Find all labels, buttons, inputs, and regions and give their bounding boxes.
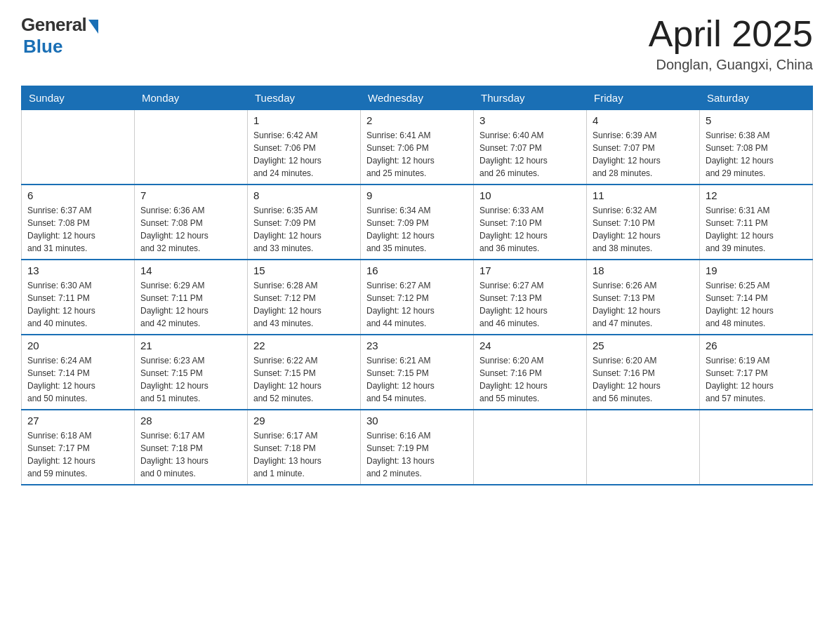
calendar-cell: 12Sunrise: 6:31 AM Sunset: 7:11 PM Dayli… <box>700 185 813 260</box>
day-number: 18 <box>593 264 694 276</box>
day-detail: Sunrise: 6:29 AM Sunset: 7:11 PM Dayligh… <box>140 279 241 330</box>
day-detail: Sunrise: 6:35 AM Sunset: 7:09 PM Dayligh… <box>253 204 355 255</box>
day-detail: Sunrise: 6:39 AM Sunset: 7:07 PM Dayligh… <box>593 129 694 180</box>
calendar-cell: 1Sunrise: 6:42 AM Sunset: 7:06 PM Daylig… <box>248 110 361 185</box>
calendar-cell: 18Sunrise: 6:26 AM Sunset: 7:13 PM Dayli… <box>587 260 700 335</box>
logo: General Blue <box>21 14 98 58</box>
day-number: 6 <box>27 189 128 201</box>
day-detail: Sunrise: 6:27 AM Sunset: 7:13 PM Dayligh… <box>479 279 581 330</box>
day-detail: Sunrise: 6:18 AM Sunset: 7:17 PM Dayligh… <box>27 429 128 480</box>
calendar-cell: 27Sunrise: 6:18 AM Sunset: 7:17 PM Dayli… <box>22 410 135 485</box>
day-number: 13 <box>27 264 128 276</box>
day-detail: Sunrise: 6:20 AM Sunset: 7:16 PM Dayligh… <box>479 354 581 405</box>
day-detail: Sunrise: 6:38 AM Sunset: 7:08 PM Dayligh… <box>706 129 807 180</box>
day-number: 27 <box>27 415 128 427</box>
day-number: 14 <box>140 264 241 276</box>
day-number: 9 <box>366 189 468 201</box>
calendar-cell: 11Sunrise: 6:32 AM Sunset: 7:10 PM Dayli… <box>587 185 700 260</box>
day-detail: Sunrise: 6:23 AM Sunset: 7:15 PM Dayligh… <box>140 354 241 405</box>
day-detail: Sunrise: 6:37 AM Sunset: 7:08 PM Dayligh… <box>27 204 128 255</box>
calendar-cell: 7Sunrise: 6:36 AM Sunset: 7:08 PM Daylig… <box>135 185 248 260</box>
calendar-cell: 25Sunrise: 6:20 AM Sunset: 7:16 PM Dayli… <box>587 335 700 410</box>
calendar-cell: 28Sunrise: 6:17 AM Sunset: 7:18 PM Dayli… <box>135 410 248 485</box>
weekday-header-row: SundayMondayTuesdayWednesdayThursdayFrid… <box>22 86 813 110</box>
day-number: 5 <box>706 114 807 126</box>
calendar-cell <box>474 410 587 485</box>
day-detail: Sunrise: 6:16 AM Sunset: 7:19 PM Dayligh… <box>366 429 468 480</box>
day-detail: Sunrise: 6:32 AM Sunset: 7:10 PM Dayligh… <box>593 204 694 255</box>
day-number: 20 <box>27 340 128 351</box>
calendar-cell: 29Sunrise: 6:17 AM Sunset: 7:18 PM Dayli… <box>248 410 361 485</box>
weekday-header-saturday: Saturday <box>700 86 813 110</box>
calendar-cell: 16Sunrise: 6:27 AM Sunset: 7:12 PM Dayli… <box>361 260 474 335</box>
day-detail: Sunrise: 6:27 AM Sunset: 7:12 PM Dayligh… <box>366 279 468 330</box>
calendar-week-row: 13Sunrise: 6:30 AM Sunset: 7:11 PM Dayli… <box>22 260 813 335</box>
day-detail: Sunrise: 6:22 AM Sunset: 7:15 PM Dayligh… <box>253 354 355 405</box>
calendar-cell: 24Sunrise: 6:20 AM Sunset: 7:16 PM Dayli… <box>474 335 587 410</box>
day-detail: Sunrise: 6:28 AM Sunset: 7:12 PM Dayligh… <box>253 279 355 330</box>
calendar-table: SundayMondayTuesdayWednesdayThursdayFrid… <box>21 86 813 485</box>
day-number: 30 <box>366 415 468 427</box>
weekday-header-wednesday: Wednesday <box>361 86 474 110</box>
day-detail: Sunrise: 6:21 AM Sunset: 7:15 PM Dayligh… <box>366 354 468 405</box>
calendar-cell: 30Sunrise: 6:16 AM Sunset: 7:19 PM Dayli… <box>361 410 474 485</box>
day-number: 28 <box>140 415 241 427</box>
location-text: Donglan, Guangxi, China <box>649 57 813 73</box>
day-detail: Sunrise: 6:30 AM Sunset: 7:11 PM Dayligh… <box>27 279 128 330</box>
day-number: 15 <box>253 264 355 276</box>
weekday-header-friday: Friday <box>587 86 700 110</box>
calendar-cell: 6Sunrise: 6:37 AM Sunset: 7:08 PM Daylig… <box>22 185 135 260</box>
day-number: 12 <box>706 189 807 201</box>
day-number: 3 <box>479 114 581 126</box>
calendar-body: 1Sunrise: 6:42 AM Sunset: 7:06 PM Daylig… <box>22 110 813 485</box>
calendar-header: SundayMondayTuesdayWednesdayThursdayFrid… <box>22 86 813 110</box>
calendar-week-row: 27Sunrise: 6:18 AM Sunset: 7:17 PM Dayli… <box>22 410 813 485</box>
day-number: 22 <box>253 340 355 351</box>
calendar-cell <box>700 410 813 485</box>
calendar-cell: 17Sunrise: 6:27 AM Sunset: 7:13 PM Dayli… <box>474 260 587 335</box>
calendar-cell: 13Sunrise: 6:30 AM Sunset: 7:11 PM Dayli… <box>22 260 135 335</box>
day-detail: Sunrise: 6:41 AM Sunset: 7:06 PM Dayligh… <box>366 129 468 180</box>
day-detail: Sunrise: 6:34 AM Sunset: 7:09 PM Dayligh… <box>366 204 468 255</box>
page-header: General Blue April 2025 Donglan, Guangxi… <box>21 14 813 73</box>
calendar-cell: 19Sunrise: 6:25 AM Sunset: 7:14 PM Dayli… <box>700 260 813 335</box>
calendar-cell: 8Sunrise: 6:35 AM Sunset: 7:09 PM Daylig… <box>248 185 361 260</box>
calendar-cell: 3Sunrise: 6:40 AM Sunset: 7:07 PM Daylig… <box>474 110 587 185</box>
calendar-week-row: 1Sunrise: 6:42 AM Sunset: 7:06 PM Daylig… <box>22 110 813 185</box>
day-detail: Sunrise: 6:20 AM Sunset: 7:16 PM Dayligh… <box>593 354 694 405</box>
calendar-cell <box>22 110 135 185</box>
day-detail: Sunrise: 6:24 AM Sunset: 7:14 PM Dayligh… <box>27 354 128 405</box>
calendar-cell: 5Sunrise: 6:38 AM Sunset: 7:08 PM Daylig… <box>700 110 813 185</box>
calendar-cell: 9Sunrise: 6:34 AM Sunset: 7:09 PM Daylig… <box>361 185 474 260</box>
calendar-cell: 22Sunrise: 6:22 AM Sunset: 7:15 PM Dayli… <box>248 335 361 410</box>
calendar-cell: 4Sunrise: 6:39 AM Sunset: 7:07 PM Daylig… <box>587 110 700 185</box>
day-detail: Sunrise: 6:36 AM Sunset: 7:08 PM Dayligh… <box>140 204 241 255</box>
logo-triangle-icon <box>88 20 98 34</box>
calendar-cell: 26Sunrise: 6:19 AM Sunset: 7:17 PM Dayli… <box>700 335 813 410</box>
day-detail: Sunrise: 6:31 AM Sunset: 7:11 PM Dayligh… <box>706 204 807 255</box>
day-detail: Sunrise: 6:42 AM Sunset: 7:06 PM Dayligh… <box>253 129 355 180</box>
day-number: 29 <box>253 415 355 427</box>
day-detail: Sunrise: 6:40 AM Sunset: 7:07 PM Dayligh… <box>479 129 581 180</box>
logo-general-text: General <box>21 14 86 36</box>
day-number: 4 <box>593 114 694 126</box>
day-number: 16 <box>366 264 468 276</box>
day-number: 23 <box>366 340 468 351</box>
day-number: 21 <box>140 340 241 351</box>
day-number: 17 <box>479 264 581 276</box>
day-number: 19 <box>706 264 807 276</box>
day-detail: Sunrise: 6:17 AM Sunset: 7:18 PM Dayligh… <box>140 429 241 480</box>
day-number: 1 <box>253 114 355 126</box>
calendar-cell: 23Sunrise: 6:21 AM Sunset: 7:15 PM Dayli… <box>361 335 474 410</box>
calendar-cell: 15Sunrise: 6:28 AM Sunset: 7:12 PM Dayli… <box>248 260 361 335</box>
day-number: 10 <box>479 189 581 201</box>
day-number: 8 <box>253 189 355 201</box>
day-detail: Sunrise: 6:26 AM Sunset: 7:13 PM Dayligh… <box>593 279 694 330</box>
day-number: 26 <box>706 340 807 351</box>
weekday-header-tuesday: Tuesday <box>248 86 361 110</box>
logo-blue-text: Blue <box>23 36 62 58</box>
day-number: 2 <box>366 114 468 126</box>
day-detail: Sunrise: 6:33 AM Sunset: 7:10 PM Dayligh… <box>479 204 581 255</box>
calendar-week-row: 6Sunrise: 6:37 AM Sunset: 7:08 PM Daylig… <box>22 185 813 260</box>
calendar-cell <box>587 410 700 485</box>
